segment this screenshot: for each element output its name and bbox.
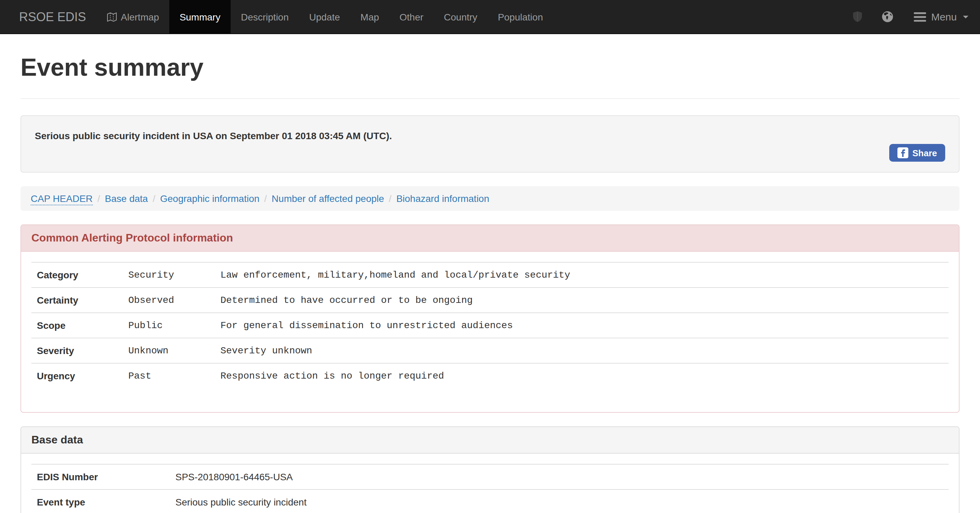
anchor-separator: / — [384, 193, 396, 204]
facebook-share-button[interactable]: Share — [889, 144, 945, 162]
share-row: Share — [35, 144, 945, 162]
cap-row-label: Urgency — [32, 363, 123, 388]
cap-row-description: Law enforcement, military,homeland and l… — [215, 262, 948, 287]
globe-icon — [882, 11, 894, 22]
table-row: Event type Serious public security incid… — [32, 489, 948, 513]
anchor-separator: / — [93, 193, 105, 204]
nav-item-population[interactable]: Population — [488, 0, 553, 33]
nav-item-label: Description — [241, 10, 289, 24]
anchor-link-base-data[interactable]: Base data — [105, 193, 148, 204]
shield-icon — [853, 11, 863, 22]
globe-button[interactable] — [872, 11, 903, 22]
cap-row-value: Security — [123, 262, 215, 287]
anchor-separator: / — [259, 193, 272, 204]
cap-row-label: Scope — [32, 313, 123, 338]
base-row-label: EDIS Number — [32, 464, 170, 489]
nav-item-description[interactable]: Description — [231, 0, 299, 33]
hamburger-icon — [914, 12, 926, 22]
cap-row-description: For general dissemination to unrestricte… — [215, 313, 948, 338]
base-row-label: Event type — [32, 489, 170, 513]
section-anchor-bar: CAP HEADER/Base data/Geographic informat… — [21, 186, 959, 211]
nav-item-label: Summary — [180, 10, 220, 24]
page-title: Event summary — [21, 53, 959, 82]
anchor-link-geographic-information[interactable]: Geographic information — [160, 193, 259, 204]
nav-item-label: Alertmap — [121, 10, 159, 24]
nav-item-update[interactable]: Update — [299, 0, 350, 33]
nav-item-label: Country — [444, 10, 477, 24]
map-icon — [107, 11, 118, 22]
nav-item: Other — [389, 0, 434, 33]
nav-item: Map — [350, 0, 389, 33]
nav-item-label: Population — [498, 10, 543, 24]
caret-down-icon — [963, 15, 969, 18]
menu-dropdown[interactable]: Menu — [903, 11, 970, 22]
navbar-right: Menu — [843, 0, 970, 33]
event-notice-text: Serious public security incident in USA … — [35, 129, 945, 143]
nav-item: Alertmap — [96, 0, 169, 33]
nav-item: Population — [488, 0, 553, 33]
nav-item: Update — [299, 0, 350, 33]
base-data-panel-title: Base data — [21, 427, 959, 454]
anchor-link-number-of-affected-people[interactable]: Number of affected people — [272, 193, 384, 204]
nav-item: Description — [231, 0, 299, 33]
facebook-icon — [897, 147, 908, 158]
table-row: Severity Unknown Severity unknown — [32, 338, 948, 363]
nav-item-country[interactable]: Country — [434, 0, 488, 33]
base-row-value: SPS-20180901-64465-USA — [170, 464, 948, 489]
cap-row-description: Determined to have occurred or to be ong… — [215, 287, 948, 313]
nav-item-label: Other — [399, 10, 423, 24]
cap-row-value: Observed — [123, 287, 215, 313]
menu-label: Menu — [931, 11, 957, 22]
nav-item-other[interactable]: Other — [389, 0, 434, 33]
base-data-panel-body: EDIS Number SPS-20180901-64465-USA Event… — [21, 454, 959, 513]
cap-panel-title: Common Alerting Protocol information — [21, 225, 959, 252]
anchor-separator: / — [148, 193, 160, 204]
main-content: Event summary Serious public security in… — [0, 53, 980, 513]
brand-link[interactable]: RSOE EDIS — [10, 0, 96, 33]
shield-button[interactable] — [843, 11, 872, 22]
nav-item-alertmap[interactable]: Alertmap — [96, 0, 169, 33]
nav-items: Alertmap Summary Description Update — [96, 0, 553, 33]
table-row: Category Security Law enforcement, milit… — [32, 262, 948, 287]
cap-table: Category Security Law enforcement, milit… — [32, 262, 948, 388]
cap-panel-body: Category Security Law enforcement, milit… — [21, 252, 959, 412]
base-data-panel: Base data EDIS Number SPS-20180901-64465… — [21, 426, 959, 513]
nav-item-summary[interactable]: Summary — [169, 0, 231, 33]
cap-row-value: Past — [123, 363, 215, 388]
table-row: Certainty Observed Determined to have oc… — [32, 287, 948, 313]
cap-row-label: Category — [32, 262, 123, 287]
event-notice-panel: Serious public security incident in USA … — [21, 115, 959, 173]
base-data-table: EDIS Number SPS-20180901-64465-USA Event… — [32, 464, 948, 513]
navbar: RSOE EDIS Alertmap Summary Descriptio — [0, 0, 980, 34]
anchor-link-biohazard-information[interactable]: Biohazard information — [396, 193, 489, 204]
page-root: RSOE EDIS Alertmap Summary Descriptio — [0, 0, 980, 513]
table-row: Urgency Past Responsive action is no lon… — [32, 363, 948, 388]
share-label: Share — [912, 148, 937, 158]
nav-item-label: Update — [309, 10, 340, 24]
cap-row-value: Public — [123, 313, 215, 338]
base-row-value: Serious public security incident — [170, 489, 948, 513]
cap-row-description: Severity unknown — [215, 338, 948, 363]
cap-row-label: Severity — [32, 338, 123, 363]
anchor-link-cap-header[interactable]: CAP HEADER — [31, 193, 93, 205]
table-row: Scope Public For general dissemination t… — [32, 313, 948, 338]
nav-item-map[interactable]: Map — [350, 0, 389, 33]
table-row: EDIS Number SPS-20180901-64465-USA — [32, 464, 948, 489]
cap-row-description: Responsive action is no longer required — [215, 363, 948, 388]
cap-row-label: Certainty — [32, 287, 123, 313]
nav-item-label: Map — [360, 10, 379, 24]
cap-row-value: Unknown — [123, 338, 215, 363]
title-divider — [21, 98, 959, 99]
nav-item: Summary — [169, 0, 231, 33]
nav-item: Country — [434, 0, 488, 33]
cap-panel: Common Alerting Protocol information Cat… — [21, 224, 959, 413]
